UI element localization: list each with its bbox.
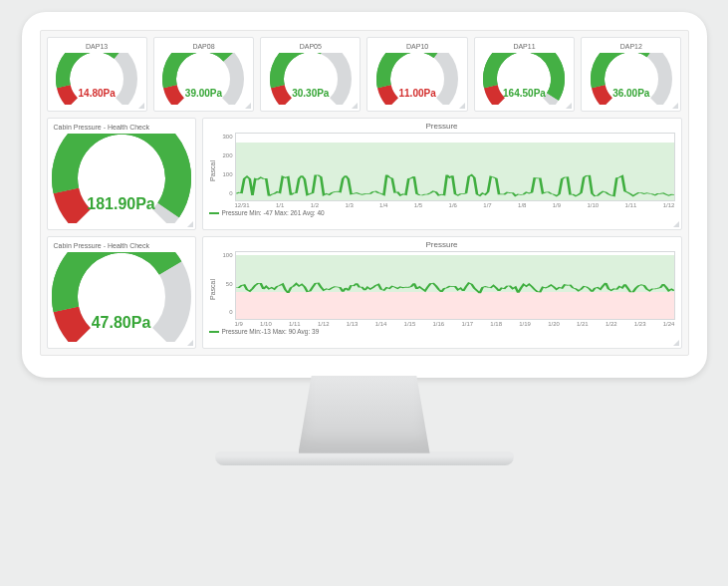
pressure-gauge: 14.80Pa: [56, 53, 137, 105]
resize-handle-icon[interactable]: [245, 103, 251, 109]
gauge-label: DAP05: [265, 41, 356, 53]
gauge-label: DAP08: [158, 41, 249, 53]
gauge-card: DAP11 164.50Pa: [474, 37, 575, 112]
gauge-value: 14.80Pa: [56, 88, 137, 99]
resize-handle-icon[interactable]: [673, 340, 679, 346]
y-axis-label: Pascal: [209, 133, 219, 208]
monitor-stand-base: [215, 451, 514, 465]
gauge-card: DAP12 36.00Pa: [581, 37, 681, 112]
pressure-gauge: 36.00Pa: [591, 53, 672, 105]
chart-plot[interactable]: [235, 133, 675, 201]
pressure-gauge: 30.30Pa: [270, 53, 352, 105]
legend-swatch: [209, 331, 219, 333]
pressure-chart-card: Pressure Pascal 3002001000 12/311/11/21/…: [202, 118, 682, 230]
gauge-label: DAP11: [479, 41, 570, 53]
resize-handle-icon[interactable]: [352, 103, 358, 109]
pressure-gauge: 47.80Pa: [52, 252, 191, 342]
card-title: Cabin Pressure - Health Check: [52, 240, 191, 252]
resize-handle-icon[interactable]: [138, 103, 144, 109]
dashboard: DAP13 14.80Pa DAP08 39.00Pa DAP05 30.30P…: [40, 30, 689, 356]
health-gauge-card: Cabin Pressure - Health Check 181.90Pa: [47, 118, 196, 230]
pressure-gauge: 11.00Pa: [376, 53, 458, 105]
gauge-value: 39.00Pa: [162, 88, 244, 99]
x-ticks: 12/311/11/21/31/41/51/61/71/81/91/101/11…: [235, 201, 675, 208]
resize-handle-icon[interactable]: [187, 340, 193, 346]
gauge-label: DAP12: [586, 41, 676, 53]
pressure-gauge: 181.90Pa: [52, 134, 191, 223]
card-title: Cabin Pressure - Health Check: [52, 122, 191, 134]
monitor-bezel: DAP13 14.80Pa DAP08 39.00Pa DAP05 30.30P…: [22, 12, 707, 378]
x-ticks: 1/91/101/111/121/131/141/151/161/171/181…: [235, 320, 675, 327]
gauge-card: DAP10 11.00Pa: [366, 37, 467, 112]
chart-plot[interactable]: [235, 251, 675, 320]
gauge-label: DAP13: [52, 41, 142, 53]
resize-handle-icon[interactable]: [459, 103, 465, 109]
pressure-gauge: 39.00Pa: [162, 53, 244, 105]
gauge-value: 181.90Pa: [52, 195, 191, 213]
pressure-chart-card: Pressure Pascal 100500 1/91/101/111/121/…: [202, 236, 682, 349]
gauge-card: DAP05 30.30Pa: [260, 37, 361, 112]
gauge-value: 30.30Pa: [270, 88, 352, 99]
y-ticks: 3002001000: [219, 133, 235, 208]
gauge-card: DAP13 14.80Pa: [47, 37, 147, 112]
chart-legend: Pressure Min:-13 Max: 90 Avg: 39: [209, 327, 675, 335]
gauge-value: 47.80Pa: [52, 314, 191, 332]
monitor-frame: DAP13 14.80Pa DAP08 39.00Pa DAP05 30.30P…: [22, 12, 707, 465]
pressure-gauge: 164.50Pa: [483, 53, 565, 105]
panel-row-1: Cabin Pressure - Health Check 181.90Pa P…: [47, 118, 682, 230]
resize-handle-icon[interactable]: [673, 221, 679, 227]
gauge-label: DAP10: [371, 41, 462, 53]
y-axis-label: Pascal: [209, 251, 219, 327]
legend-swatch: [209, 212, 219, 214]
resize-handle-icon[interactable]: [672, 103, 678, 109]
gauge-value: 11.00Pa: [376, 88, 458, 99]
gauge-value: 36.00Pa: [591, 88, 672, 99]
chart-area: Pascal 3002001000 12/311/11/21/31/41/51/…: [209, 133, 675, 208]
chart-legend: Pressure Min: -47 Max: 261 Avg: 40: [209, 208, 675, 216]
resize-handle-icon[interactable]: [187, 221, 193, 227]
health-gauge-card: Cabin Pressure - Health Check 47.80Pa: [47, 236, 196, 349]
chart-title: Pressure: [209, 122, 675, 133]
monitor-stand-neck: [299, 376, 430, 453]
gauge-row: DAP13 14.80Pa DAP08 39.00Pa DAP05 30.30P…: [47, 37, 682, 112]
panel-row-2: Cabin Pressure - Health Check 47.80Pa Pr…: [47, 236, 682, 349]
resize-handle-icon[interactable]: [566, 103, 572, 109]
y-ticks: 100500: [219, 251, 235, 327]
gauge-card: DAP08 39.00Pa: [153, 37, 254, 112]
gauge-value: 164.50Pa: [483, 88, 565, 99]
chart-area: Pascal 100500 1/91/101/111/121/131/141/1…: [209, 251, 675, 327]
chart-title: Pressure: [209, 240, 675, 251]
